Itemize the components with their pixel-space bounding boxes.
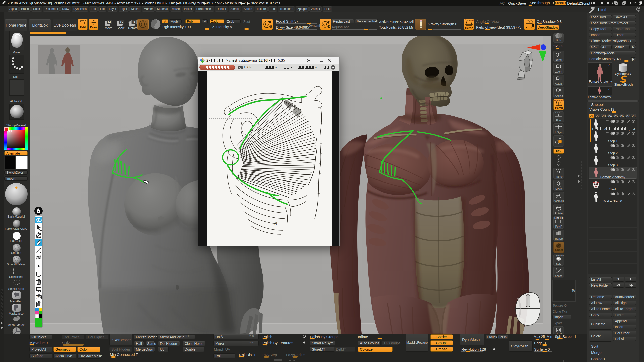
svg-text:x1: x1	[559, 77, 562, 80]
svg-text:S: S	[120, 20, 123, 24]
svg-text:S: S	[270, 25, 272, 28]
svg-text:D: D	[328, 25, 330, 29]
svg-text:R: R	[133, 20, 135, 24]
svg-text:R: R	[274, 222, 277, 226]
svg-text:M: M	[108, 20, 111, 24]
